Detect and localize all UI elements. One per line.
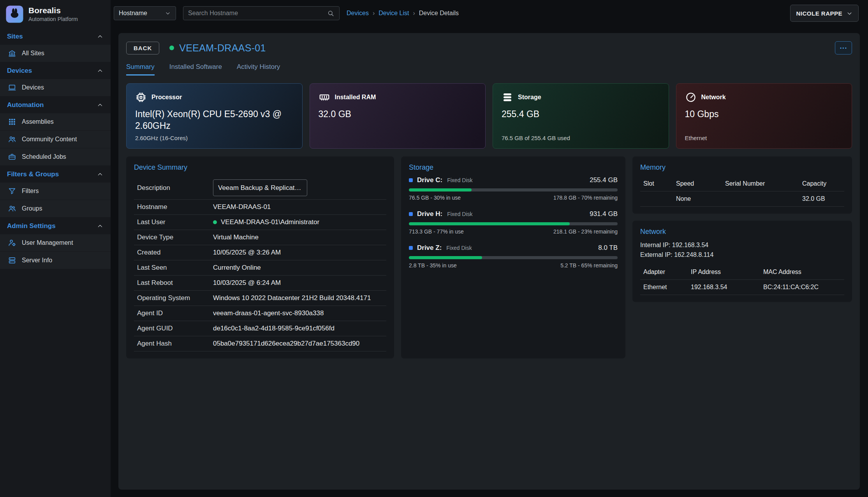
panel-title: Device Summary bbox=[134, 163, 386, 172]
drive-usage-bar bbox=[409, 256, 618, 259]
sidebar-section-filters-groups[interactable]: Filters & Groups bbox=[0, 166, 111, 183]
stat-card-ram: Installed RAM 32.0 GB bbox=[310, 83, 486, 149]
gauge-icon bbox=[685, 91, 697, 103]
brand-subtitle: Automation Platform bbox=[28, 16, 78, 22]
summary-row-label: Last User bbox=[137, 218, 213, 226]
breadcrumb: Devices › Device List › Device Details bbox=[347, 10, 459, 17]
chevron-up-icon bbox=[97, 67, 104, 74]
sidebar-section-automation[interactable]: Automation bbox=[0, 97, 111, 113]
summary-row: Agent Hash 05ba0e7935171d626ecea29b27d7a… bbox=[134, 336, 386, 351]
summary-row-label: Created bbox=[137, 249, 213, 256]
chevron-up-icon bbox=[97, 223, 104, 230]
network-panel: Network Internal IP: 192.168.3.54 Extern… bbox=[632, 221, 852, 302]
section-label: Filters & Groups bbox=[7, 170, 59, 178]
server-icon bbox=[8, 256, 16, 265]
chevron-up-icon bbox=[97, 102, 104, 109]
brand: Borealis Automation Platform bbox=[0, 0, 111, 28]
sidebar-item-label: Filters bbox=[22, 188, 39, 195]
breadcrumb-current: Device Details bbox=[419, 10, 459, 17]
back-button[interactable]: BACK bbox=[126, 42, 159, 54]
search-icon[interactable] bbox=[327, 10, 335, 17]
stat-card-subtext: Ethernet bbox=[685, 135, 707, 141]
tab-activity-history[interactable]: Activity History bbox=[237, 63, 280, 76]
sidebar-item-user-management[interactable]: User Management bbox=[0, 234, 111, 252]
memory-table: Slot Speed Serial Number Capacity None 3… bbox=[640, 176, 844, 207]
summary-row-value: 05ba0e7935171d626ecea29b27d7ae175363cd90 bbox=[213, 340, 359, 348]
summary-row-label: Hostname bbox=[137, 203, 213, 211]
sidebar-item-server-info[interactable]: Server Info bbox=[0, 252, 111, 269]
stat-card-value: 255.4 GB bbox=[502, 109, 660, 120]
sidebar-item-devices[interactable]: Devices bbox=[0, 79, 111, 97]
sidebar-item-scheduled-jobs[interactable]: Scheduled Jobs bbox=[0, 148, 111, 166]
stat-card-value: 10 Gbps bbox=[685, 109, 843, 120]
page-title: VEEAM-DRAAS-01 bbox=[179, 42, 266, 54]
user-gear-icon bbox=[8, 239, 16, 247]
summary-row-value: VEEAM-DRAAS-01 bbox=[213, 203, 271, 211]
breadcrumb-link-device-list[interactable]: Device List bbox=[379, 10, 409, 17]
summary-row: Last Seen Currently Online bbox=[134, 260, 386, 276]
sidebar-section-devices[interactable]: Devices bbox=[0, 62, 111, 79]
drive-name: Drive Z: bbox=[417, 244, 442, 252]
devices-icon bbox=[8, 83, 16, 92]
summary-row-value-text: VEEAM-DRAAS-01\Administrator bbox=[221, 218, 319, 226]
drive-usage-fill bbox=[409, 188, 472, 191]
sidebar-item-filters[interactable]: Filters bbox=[0, 183, 111, 200]
section-label: Sites bbox=[7, 33, 23, 40]
search-input[interactable] bbox=[188, 10, 327, 17]
sidebar-item-label: All Sites bbox=[22, 50, 44, 57]
stat-card-network: Network 10 Gbps Ethernet bbox=[676, 83, 852, 149]
stat-card-subtext: 2.60GHz (16-Cores) bbox=[135, 135, 188, 141]
tab-summary[interactable]: Summary bbox=[126, 63, 155, 76]
hostname-filter-dropdown[interactable]: Hostname bbox=[114, 6, 176, 20]
summary-row: Last User VEEAM-DRAAS-01\Administrator bbox=[134, 215, 386, 230]
more-actions-button[interactable]: ··· bbox=[835, 41, 852, 54]
summary-row: Last Reboot 10/03/2025 @ 6:24 AM bbox=[134, 276, 386, 291]
chevron-up-icon bbox=[97, 33, 104, 40]
sidebar-item-all-sites[interactable]: All Sites bbox=[0, 45, 111, 62]
people-icon bbox=[8, 204, 16, 213]
drive-remaining-text: 218.1 GB - 23% remaining bbox=[553, 228, 618, 235]
memory-cell-slot bbox=[640, 191, 673, 207]
summary-row-label: Description bbox=[137, 184, 213, 192]
drive-bullet-icon bbox=[409, 246, 413, 250]
breadcrumb-link-devices[interactable]: Devices bbox=[347, 10, 369, 17]
stat-card-subtext: 76.5 GB of 255.4 GB used bbox=[502, 135, 570, 141]
section-label: Devices bbox=[7, 67, 32, 75]
sidebar-section-admin-settings[interactable]: Admin Settings bbox=[0, 218, 111, 234]
storage-panel: Storage Drive C: Fixed Disk 255.4 GB 76.… bbox=[401, 156, 625, 358]
memory-col-header: Speed bbox=[673, 176, 722, 191]
summary-row-label: Device Type bbox=[137, 234, 213, 241]
tab-installed-software[interactable]: Installed Software bbox=[169, 63, 222, 76]
network-col-header: MAC Address bbox=[760, 265, 844, 280]
stat-card-storage: Storage 255.4 GB 76.5 GB of 255.4 GB use… bbox=[493, 83, 669, 149]
network-col-header: Adapter bbox=[640, 265, 688, 280]
drive-type: Fixed Disk bbox=[447, 211, 472, 217]
sidebar-item-groups[interactable]: Groups bbox=[0, 200, 111, 218]
stat-card-label: Network bbox=[701, 94, 726, 101]
sidebar-item-assemblies[interactable]: Assemblies bbox=[0, 113, 111, 131]
memory-col-header: Capacity bbox=[799, 176, 844, 191]
section-label: Automation bbox=[7, 101, 44, 109]
briefcase-icon bbox=[8, 153, 16, 161]
sidebar: Borealis Automation Platform Sites All S… bbox=[0, 0, 111, 497]
network-col-header: IP Address bbox=[688, 265, 760, 280]
borealis-logo-icon bbox=[5, 5, 24, 23]
sidebar-item-label: Community Content bbox=[22, 136, 77, 143]
breadcrumb-separator: › bbox=[413, 10, 415, 17]
summary-row-label: Last Reboot bbox=[137, 279, 213, 287]
description-input[interactable] bbox=[213, 179, 307, 196]
online-status-dot bbox=[213, 220, 217, 224]
drive-bullet-icon bbox=[409, 178, 413, 182]
drive-remaining-text: 178.8 GB - 70% remaining bbox=[553, 195, 618, 201]
user-name: NICOLE RAPPE bbox=[796, 10, 842, 17]
summary-row-label: Last Seen bbox=[137, 264, 213, 272]
online-status-dot bbox=[169, 46, 174, 50]
sidebar-item-label: Groups bbox=[22, 205, 42, 212]
drive-row-c: Drive C: Fixed Disk 255.4 GB 76.5 GB - 3… bbox=[409, 176, 618, 201]
right-column: Memory Slot Speed Serial Number Capacity… bbox=[632, 156, 852, 302]
app-root: Borealis Automation Platform Sites All S… bbox=[0, 0, 868, 497]
sidebar-item-community-content[interactable]: Community Content bbox=[0, 131, 111, 148]
sidebar-section-sites[interactable]: Sites bbox=[0, 28, 111, 45]
user-menu-button[interactable]: NICOLE RAPPE bbox=[790, 5, 859, 22]
summary-row-value: Virtual Machine bbox=[213, 234, 259, 241]
